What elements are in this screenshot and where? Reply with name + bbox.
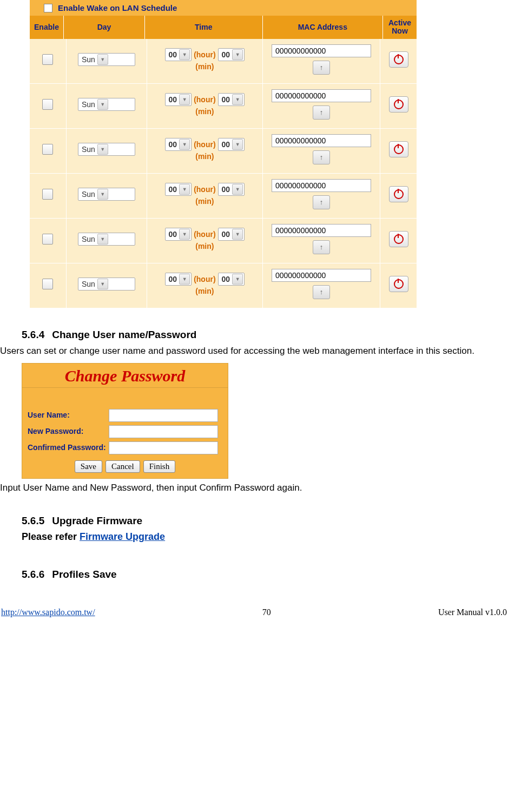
power-icon [394, 100, 404, 109]
wol-table-header: Enable Day Time MAC Address Active Now [30, 16, 417, 39]
enable-wol-schedule-checkbox[interactable] [44, 4, 52, 12]
wol-row: Sun ▼ 00 ▼ (hour) 00 ▼ (min) [30, 39, 417, 84]
chevron-down-icon: ▼ [179, 139, 190, 150]
hour-select[interactable]: 00 ▼ [165, 138, 192, 151]
hour-label: (hour) [194, 140, 215, 149]
newpw-row: New Password: [28, 424, 222, 440]
min-select[interactable]: 00 ▼ [218, 93, 245, 106]
hour-select[interactable]: 00 ▼ [165, 273, 192, 286]
day-select[interactable]: Sun ▼ [78, 188, 135, 201]
day-select-value: Sun [82, 145, 95, 154]
day-select[interactable]: Sun ▼ [78, 233, 135, 246]
min-select-value: 00 [222, 50, 230, 59]
save-button[interactable]: Save [75, 460, 102, 473]
row-enable-checkbox[interactable] [42, 279, 53, 289]
username-input[interactable] [109, 409, 218, 422]
active-now-button[interactable] [389, 141, 408, 157]
arrow-up-icon: ↑ [320, 243, 324, 251]
text-564-body: Users can set or change user name and pa… [0, 345, 508, 358]
min-select[interactable]: 00 ▼ [218, 138, 245, 151]
firmware-upgrade-link[interactable]: Firmware Upgrade [80, 531, 165, 542]
day-select[interactable]: Sun ▼ [78, 53, 135, 66]
power-icon [394, 55, 404, 64]
day-select-value: Sun [82, 280, 95, 288]
mac-upload-button[interactable]: ↑ [313, 61, 330, 75]
row-enable-checkbox[interactable] [42, 234, 53, 245]
day-select[interactable]: Sun ▼ [78, 98, 135, 111]
wol-row: Sun ▼ 00 ▼ (hour) 00 ▼ (min) [30, 129, 417, 174]
row-enable-checkbox[interactable] [42, 54, 53, 65]
chevron-down-icon: ▼ [179, 184, 190, 195]
hour-select[interactable]: 00 ▼ [165, 183, 192, 196]
power-icon [394, 279, 404, 289]
col-header-time: Time [145, 16, 263, 39]
mac-upload-button[interactable]: ↑ [313, 195, 330, 209]
chevron-down-icon: ▼ [97, 189, 108, 200]
min-select[interactable]: 00 ▼ [218, 228, 245, 241]
username-label: User Name: [28, 411, 109, 419]
col-header-mac: MAC Address [263, 16, 383, 39]
min-label: (min) [195, 197, 214, 206]
active-now-button[interactable] [389, 186, 408, 202]
active-now-button[interactable] [389, 51, 408, 68]
hour-select[interactable]: 00 ▼ [165, 48, 192, 61]
refer-line: Please refer Firmware Upgrade [22, 531, 508, 543]
power-icon [394, 234, 404, 244]
mac-address-input[interactable] [272, 89, 371, 102]
mac-upload-button[interactable]: ↑ [313, 240, 330, 254]
chevron-down-icon: ▼ [179, 94, 190, 105]
mac-address-input[interactable] [272, 134, 371, 147]
min-select[interactable]: 00 ▼ [218, 273, 245, 286]
cancel-button[interactable]: Cancel [105, 460, 140, 473]
mac-address-input[interactable] [272, 44, 371, 57]
finish-button[interactable]: Finish [143, 460, 176, 473]
day-select-value: Sun [82, 55, 95, 64]
arrow-up-icon: ↑ [320, 63, 324, 71]
row-enable-checkbox[interactable] [42, 189, 53, 200]
chevron-down-icon: ▼ [97, 279, 108, 289]
chevron-down-icon: ▼ [97, 144, 108, 155]
min-label: (min) [195, 287, 214, 295]
hour-select-value: 00 [169, 140, 177, 149]
confpw-input[interactable] [109, 441, 218, 454]
active-now-button[interactable] [389, 96, 408, 113]
mac-address-input[interactable] [272, 269, 371, 282]
newpw-input[interactable] [109, 425, 218, 438]
power-icon [394, 189, 404, 199]
min-select[interactable]: 00 ▼ [218, 48, 245, 61]
heading-564-title: Change User name/Password [52, 329, 196, 341]
hour-select-value: 00 [169, 230, 177, 239]
hour-select[interactable]: 00 ▼ [165, 228, 192, 241]
active-now-button[interactable] [389, 276, 408, 292]
day-select[interactable]: Sun ▼ [78, 143, 135, 156]
change-password-title: Change Password [22, 364, 228, 388]
row-enable-checkbox[interactable] [42, 99, 53, 110]
day-select-value: Sun [82, 190, 95, 199]
mac-address-input[interactable] [272, 224, 371, 237]
mac-upload-button[interactable]: ↑ [313, 150, 330, 164]
wol-title-text: Enable Wake on LAN Schedule [58, 3, 177, 12]
confpw-row: Confirmed Password: [28, 440, 222, 456]
day-select[interactable]: Sun ▼ [78, 278, 135, 291]
wol-row: Sun ▼ 00 ▼ (hour) 00 ▼ (min) [30, 263, 417, 308]
min-label: (min) [195, 107, 214, 116]
chevron-down-icon: ▼ [232, 139, 243, 150]
mac-upload-button[interactable]: ↑ [313, 105, 330, 120]
active-now-button[interactable] [389, 231, 408, 247]
min-label: (min) [195, 62, 214, 71]
min-select-value: 00 [222, 140, 230, 149]
mac-address-input[interactable] [272, 179, 371, 192]
arrow-up-icon: ↑ [320, 198, 324, 206]
min-label: (min) [195, 152, 214, 161]
min-label: (min) [195, 242, 214, 250]
footer-url[interactable]: http://www.sapido.com.tw/ [1, 608, 95, 617]
mac-upload-button[interactable]: ↑ [313, 285, 330, 299]
footer-right: User Manual v1.0.0 [438, 608, 507, 617]
row-enable-checkbox[interactable] [42, 144, 53, 155]
username-row: User Name: [28, 407, 222, 424]
chevron-down-icon: ▼ [232, 274, 243, 285]
arrow-up-icon: ↑ [320, 288, 324, 296]
hour-select[interactable]: 00 ▼ [165, 93, 192, 106]
heading-566-num: 5.6.6 [22, 569, 44, 580]
min-select[interactable]: 00 ▼ [218, 183, 245, 196]
